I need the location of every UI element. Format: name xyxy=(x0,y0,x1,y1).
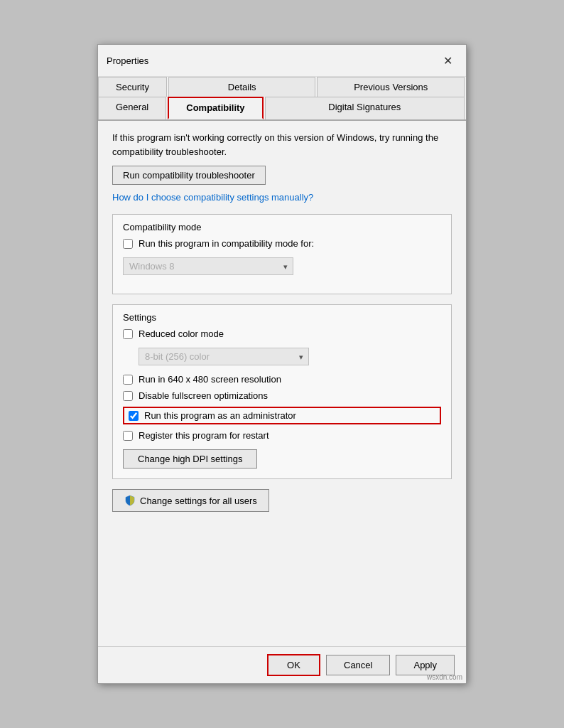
tab-compatibility[interactable]: Compatibility xyxy=(168,97,263,119)
apply-button[interactable]: Apply xyxy=(396,655,455,675)
register-restart-row: Register this program for restart xyxy=(123,430,441,441)
cancel-button[interactable]: Cancel xyxy=(326,655,390,675)
tab-previous-versions[interactable]: Previous Versions xyxy=(317,77,465,97)
register-restart-checkbox[interactable] xyxy=(123,431,133,441)
compatibility-mode-label[interactable]: Run this program in compatibility mode f… xyxy=(139,238,314,249)
tabs-row-2: General Compatibility Digital Signatures xyxy=(98,97,466,121)
dialog-title: Properties xyxy=(107,55,148,66)
color-mode-select-wrapper: 8-bit (256) color xyxy=(139,345,309,368)
compatibility-settings-link[interactable]: How do I choose compatibility settings m… xyxy=(112,192,452,203)
resolution-row: Run in 640 x 480 screen resolution xyxy=(123,374,441,385)
resolution-checkbox[interactable] xyxy=(123,375,133,385)
properties-dialog: Properties ✕ Security Details Previous V… xyxy=(97,44,467,684)
content-area: If this program isn't working correctly … xyxy=(98,121,466,646)
register-restart-label[interactable]: Register this program for restart xyxy=(139,430,269,441)
tab-security[interactable]: Security xyxy=(98,77,167,97)
tab-digital-signatures[interactable]: Digital Signatures xyxy=(265,97,465,119)
watermark: wsxdn.com xyxy=(427,673,462,681)
change-users-label: Change settings for all users xyxy=(140,496,257,506)
description-text: If this program isn't working correctly … xyxy=(112,131,452,159)
fullscreen-checkbox[interactable] xyxy=(123,391,133,401)
tab-general[interactable]: General xyxy=(98,97,166,119)
reduced-color-row: Reduced color mode xyxy=(123,328,441,339)
close-button[interactable]: ✕ xyxy=(438,50,457,70)
resolution-label[interactable]: Run in 640 x 480 screen resolution xyxy=(139,374,281,385)
compatibility-mode-title: Compatibility mode xyxy=(123,222,441,232)
reduced-color-label[interactable]: Reduced color mode xyxy=(139,328,224,339)
tabs-row-1: Security Details Previous Versions xyxy=(98,77,466,97)
reduced-color-checkbox[interactable] xyxy=(123,329,133,339)
title-bar: Properties ✕ xyxy=(98,45,466,77)
settings-title: Settings xyxy=(123,312,441,323)
run-as-admin-row: Run this program as an administrator xyxy=(123,407,441,424)
settings-section: Settings Reduced color mode 8-bit (256) … xyxy=(112,304,452,479)
fullscreen-label[interactable]: Disable fullscreen optimizations xyxy=(139,390,268,401)
run-as-admin-label[interactable]: Run this program as an administrator xyxy=(144,410,296,421)
run-troubleshooter-button[interactable]: Run compatibility troubleshooter xyxy=(112,166,266,185)
shield-uac-icon xyxy=(124,495,136,506)
fullscreen-row: Disable fullscreen optimizations xyxy=(123,390,441,401)
ok-button[interactable]: OK xyxy=(267,654,320,676)
change-dpi-button[interactable]: Change high DPI settings xyxy=(123,449,257,469)
compatibility-os-select[interactable]: Windows 8 xyxy=(123,257,293,275)
dialog-footer: OK Cancel Apply xyxy=(98,646,466,683)
compatibility-os-select-wrapper: Windows 8 xyxy=(123,255,293,278)
run-as-admin-checkbox[interactable] xyxy=(129,411,139,421)
compatibility-mode-section: Compatibility mode Run this program in c… xyxy=(112,214,452,294)
tab-details[interactable]: Details xyxy=(168,77,316,97)
compatibility-mode-checkbox[interactable] xyxy=(123,239,133,249)
change-users-button[interactable]: Change settings for all users xyxy=(112,489,269,512)
compatibility-mode-checkbox-row: Run this program in compatibility mode f… xyxy=(123,238,441,249)
color-mode-select[interactable]: 8-bit (256) color xyxy=(139,348,309,365)
